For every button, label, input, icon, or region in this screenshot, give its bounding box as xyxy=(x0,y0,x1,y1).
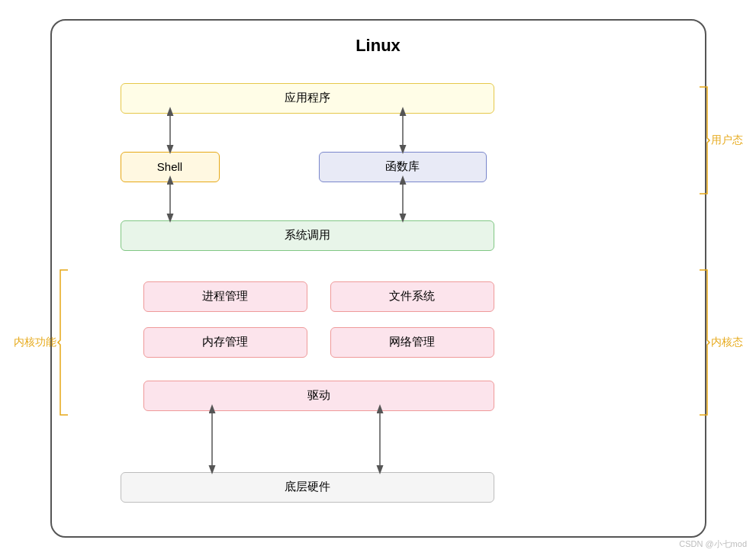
kernel-state-text: 内核态 xyxy=(711,336,743,349)
kernel-func-bracket-icon xyxy=(56,266,72,419)
fs-label: 文件系统 xyxy=(389,289,435,304)
driver-label: 驱动 xyxy=(307,388,330,403)
syscall-label: 系统调用 xyxy=(285,228,330,243)
proc-box: 进程管理 xyxy=(143,281,307,312)
shell-label: Shell xyxy=(157,160,182,173)
lib-box: 函数库 xyxy=(319,152,487,182)
user-bracket-icon xyxy=(696,83,711,198)
main-container: Linux 应用程序 Shell 函数库 系统调用 进程管理 文件系统 内存管理… xyxy=(50,19,706,538)
watermark: CSDN @小七mod xyxy=(679,538,747,550)
kernel-func-text: 内核功能 xyxy=(14,336,56,349)
net-box: 网络管理 xyxy=(330,327,494,358)
app-label: 应用程序 xyxy=(285,91,330,105)
page-title: Linux xyxy=(75,36,682,56)
hw-box: 底层硬件 xyxy=(121,472,494,503)
user-state-text: 用户态 xyxy=(711,133,743,147)
app-box: 应用程序 xyxy=(121,83,494,114)
hw-label: 底层硬件 xyxy=(285,480,330,494)
kernel-state-label: 内核态 xyxy=(696,266,743,419)
kernel-func-label: 内核功能 xyxy=(14,266,72,419)
kernel-bracket-icon xyxy=(696,266,711,419)
shell-box: Shell xyxy=(121,152,220,182)
driver-box: 驱动 xyxy=(143,381,494,411)
mem-box: 内存管理 xyxy=(143,327,307,358)
user-state-label: 用户态 xyxy=(696,83,743,198)
lib-label: 函数库 xyxy=(385,159,420,174)
mem-label: 内存管理 xyxy=(202,335,248,349)
diagram-area: 应用程序 Shell 函数库 系统调用 进程管理 文件系统 内存管理 网络管理 … xyxy=(75,68,682,518)
net-label: 网络管理 xyxy=(389,335,435,349)
syscall-box: 系统调用 xyxy=(121,220,494,251)
proc-label: 进程管理 xyxy=(202,289,248,304)
fs-box: 文件系统 xyxy=(330,281,494,312)
